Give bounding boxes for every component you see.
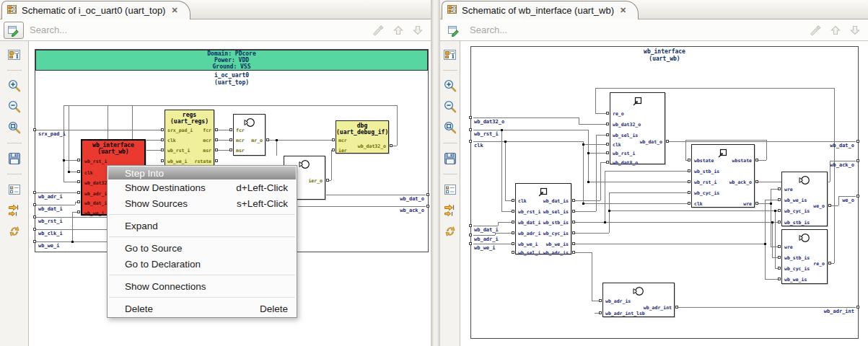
search-previous-icon[interactable] xyxy=(393,25,404,36)
menu-item-step-into[interactable]: Step Into xyxy=(108,167,296,179)
wire[interactable] xyxy=(758,160,766,161)
menu-item-show-destinations[interactable]: Show Destinationsd+Left-Click xyxy=(108,179,296,195)
wire[interactable] xyxy=(393,146,397,146)
wire[interactable] xyxy=(473,130,588,130)
wire[interactable] xyxy=(473,117,579,118)
block-inst-1[interactable]: fcrmcrmsrmr_o xyxy=(233,114,266,156)
wire[interactable] xyxy=(36,205,75,205)
wire[interactable] xyxy=(72,212,73,241)
wire[interactable] xyxy=(605,171,605,222)
save-button[interactable] xyxy=(442,151,458,167)
wire[interactable] xyxy=(397,105,398,146)
wire[interactable] xyxy=(766,140,767,160)
wire[interactable] xyxy=(758,203,771,204)
wire[interactable] xyxy=(498,222,512,223)
menu-item-show-sources[interactable]: Show Sourcess+Left-Click xyxy=(108,195,296,211)
wire[interactable] xyxy=(834,88,835,263)
wire[interactable] xyxy=(501,211,512,212)
wire[interactable] xyxy=(575,252,592,253)
wire[interactable] xyxy=(669,141,856,142)
wire[interactable] xyxy=(595,113,606,114)
menu-item-show-connections[interactable]: Show Connections xyxy=(108,278,296,294)
wire[interactable] xyxy=(69,105,69,172)
wire[interactable] xyxy=(36,229,107,230)
wire[interactable] xyxy=(609,192,688,193)
wire[interactable] xyxy=(838,196,856,197)
wire[interactable] xyxy=(609,210,778,211)
wire[interactable] xyxy=(609,192,610,233)
wire[interactable] xyxy=(772,222,773,257)
wire[interactable] xyxy=(218,140,229,141)
annotate-button[interactable] xyxy=(4,22,24,39)
zoom-in-button[interactable] xyxy=(6,78,22,94)
wire[interactable] xyxy=(63,105,64,182)
wire[interactable] xyxy=(218,130,229,130)
wire[interactable] xyxy=(595,88,596,113)
menu-item-go-to-source[interactable]: Go to Source xyxy=(108,240,296,256)
wire[interactable] xyxy=(588,182,688,182)
wire[interactable] xyxy=(36,130,161,130)
wire[interactable] xyxy=(765,279,778,280)
wire[interactable] xyxy=(276,140,277,156)
wire[interactable] xyxy=(329,180,331,181)
wire[interactable] xyxy=(36,217,107,218)
wire[interactable] xyxy=(495,233,512,234)
block-inst-1[interactable]: wbstatewb_stb_iswb_rst_iwb_cyc_isclkwbst… xyxy=(691,144,755,208)
wire[interactable] xyxy=(575,244,765,244)
wire[interactable] xyxy=(575,211,596,212)
schematic-info-button[interactable]: i xyxy=(6,47,22,63)
wire[interactable] xyxy=(583,144,606,145)
block-inst-5[interactable]: wb_adr_iswb_adr_int_lsbwb_adr_int xyxy=(602,283,675,317)
wire[interactable] xyxy=(579,117,579,124)
save-button[interactable] xyxy=(6,151,22,167)
wire[interactable] xyxy=(831,263,834,264)
wire[interactable] xyxy=(600,162,601,200)
tab-schematic-uart-top[interactable]: Schematic of i_oc_uart0 (uart_top) ✕ xyxy=(1,1,190,19)
wire[interactable] xyxy=(775,210,776,268)
wire[interactable] xyxy=(72,212,77,213)
wire[interactable] xyxy=(685,140,686,160)
panel-splitter[interactable] xyxy=(431,0,440,346)
wire[interactable] xyxy=(505,200,512,201)
clear-highlight-icon[interactable] xyxy=(372,24,385,37)
annotate-button[interactable] xyxy=(444,22,464,39)
wire[interactable] xyxy=(473,226,498,226)
wire[interactable] xyxy=(505,141,506,200)
wire[interactable] xyxy=(596,135,597,211)
wire[interactable] xyxy=(575,233,609,234)
schematic-info-button[interactable]: i xyxy=(442,47,458,63)
wire[interactable] xyxy=(132,105,133,140)
wire[interactable] xyxy=(592,252,592,301)
zoom-fit-button[interactable] xyxy=(6,120,22,136)
reload-button[interactable] xyxy=(6,223,22,239)
block-inst-0[interactable]: re_owb_dat32_owb_sel_isclkwb_rst_iwb_dat… xyxy=(610,92,665,164)
wire[interactable] xyxy=(595,88,834,89)
wire[interactable] xyxy=(588,130,589,182)
wire[interactable] xyxy=(63,182,77,182)
search-input[interactable] xyxy=(464,25,809,35)
wire[interactable] xyxy=(473,141,583,142)
search-input[interactable] xyxy=(24,25,372,35)
wire[interactable] xyxy=(605,171,688,172)
wire[interactable] xyxy=(583,141,584,203)
block-regs[interactable]: regs(uart_regs)srx_pad_iclkwb_rst_iwb_we… xyxy=(165,110,214,166)
wire[interactable] xyxy=(579,124,606,125)
wire[interactable] xyxy=(218,150,229,151)
search-next-icon[interactable] xyxy=(412,25,424,36)
wire[interactable] xyxy=(685,140,766,141)
wire[interactable] xyxy=(63,105,397,106)
wire[interactable] xyxy=(831,205,838,206)
zoom-fit-button[interactable] xyxy=(442,120,458,136)
trace-signal-button[interactable] xyxy=(442,203,458,218)
trace-signal-button[interactable] xyxy=(6,203,22,218)
zoom-in-button[interactable] xyxy=(442,78,458,94)
wire[interactable] xyxy=(596,135,606,136)
menu-item-expand[interactable]: Expand xyxy=(108,218,296,234)
block-dbg[interactable]: dbg(uart_debug_if)mcrierwb_dat32_o xyxy=(336,120,389,154)
wire[interactable] xyxy=(269,140,332,141)
wire[interactable] xyxy=(473,235,495,236)
wire[interactable] xyxy=(63,160,77,161)
search-next-icon[interactable] xyxy=(849,25,861,36)
tab-close-icon[interactable]: ✕ xyxy=(620,6,626,15)
display-options-button[interactable] xyxy=(442,182,458,198)
